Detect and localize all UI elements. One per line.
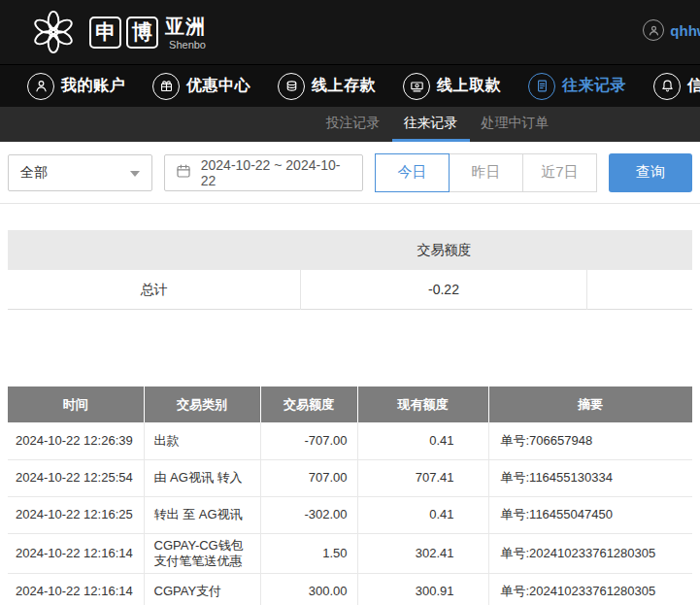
table-cell: 707.00 [260,459,357,496]
nav-item-label: 我的账户 [61,76,125,96]
table-cell: 707.41 [357,459,488,496]
user-avatar-icon [643,19,664,41]
table-cell: CGPAY支付 [144,574,260,605]
nav-item-transaction-records[interactable]: 往来记录 [528,73,626,100]
table-cell: 单号:116455130334 [488,459,692,496]
summary-header-row: 交易额度 [8,230,692,270]
bell-icon [653,73,681,100]
col-header-amount: 交易额度 [260,387,357,422]
nav-item-messages[interactable]: 信息 [653,73,700,100]
col-header-time: 时间 [8,387,144,422]
table-cell: 0.41 [357,496,488,533]
table-cell: 出款 [144,422,260,459]
table-cell: 2024-10-22 12:16:14 [8,574,144,605]
withdraw-money-icon [403,73,430,100]
records-table-body: 2024-10-22 12:26:39出款-707.000.41单号:70665… [8,422,692,605]
query-button[interactable]: 查询 [609,153,692,192]
table-cell: 单号:202410233761280305 [488,533,692,574]
table-cell: 0.41 [357,422,488,459]
date-range-picker[interactable]: 2024-10-22 ~ 2024-10-22 [164,154,363,191]
tab-betting-records[interactable]: 投注记录 [315,107,392,142]
col-header-balance: 现有额度 [357,387,488,422]
tab-transaction-records[interactable]: 往来记录 [392,107,470,142]
last7days-button[interactable]: 近7日 [522,153,597,192]
main-nav: 我的账户 优惠中心 线上存款 线上取款 往来记录 信息 [0,64,700,107]
subnav-tabs: 投注记录 往来记录 处理中订单 [315,107,561,142]
records-document-icon [528,73,555,100]
summary-total-label: 总计 [8,270,301,310]
gift-icon [152,73,180,100]
nav-item-label: 线上取款 [437,76,501,96]
nav-item-online-withdrawal[interactable]: 线上取款 [403,73,501,100]
table-row: 2024-10-22 12:26:39出款-707.000.41单号:70665… [8,422,692,459]
table-cell: CGPAY-CG钱包支付笔笔送优惠 [144,533,260,574]
table-cell: 302.41 [357,533,488,574]
chevron-down-icon [130,171,140,177]
tab-processing-orders[interactable]: 处理中订单 [470,107,561,142]
nav-item-my-account[interactable]: 我的账户 [27,73,125,100]
brand-name: 申 博 [89,17,158,49]
brand-char-2: 博 [126,17,158,49]
today-button[interactable]: 今日 [375,153,450,192]
brand-char-1: 申 [89,17,121,49]
yesterday-button[interactable]: 昨日 [449,153,523,192]
brand-flower-logo-icon [29,8,78,56]
summary-amount-header: 交易额度 [301,242,587,259]
summary-total-row: 总计 -0.22 [8,270,692,310]
col-header-type: 交易类别 [144,387,260,422]
table-cell: 1.50 [260,533,357,574]
table-cell: 300.00 [260,574,357,605]
table-row: 2024-10-22 12:16:25转出 至 AG视讯-302.000.41单… [8,496,692,533]
table-cell: 单号:706657948 [488,422,692,459]
type-select-value: 全部 [20,164,48,182]
records-table: 时间 交易类别 交易额度 现有额度 摘要 2024-10-22 12:26:39… [8,387,692,605]
table-cell: -302.00 [260,496,357,533]
nav-item-promotions[interactable]: 优惠中心 [152,73,250,100]
nav-item-label: 优惠中心 [186,76,250,96]
top-header: 申 博 亚洲 Shenbo qhhwz [0,0,700,64]
brand-region: 亚洲 [165,14,206,40]
quick-range-group: 今日 昨日 近7日 [375,153,597,192]
table-cell: 2024-10-22 12:16:25 [8,496,144,533]
table-cell: 2024-10-22 12:26:39 [8,422,144,459]
table-cell: 转出 至 AG视讯 [144,496,260,533]
table-cell: -707.00 [260,422,357,459]
summary-total-value: -0.22 [301,270,587,310]
nav-item-label: 线上存款 [312,76,376,96]
calendar-icon [175,162,192,183]
records-table-header: 时间 交易类别 交易额度 现有额度 摘要 [8,387,692,422]
username: qhhwz [670,22,700,39]
nav-item-label: 信息 [687,76,700,96]
table-cell: 300.91 [357,574,488,605]
nav-item-online-deposit[interactable]: 线上存款 [278,73,376,100]
brand-subtitle: Shenbo [169,39,206,50]
table-cell: 2024-10-22 12:16:14 [8,533,144,574]
table-cell: 单号:202410233761280305 [488,574,692,605]
col-header-summary: 摘要 [488,387,692,422]
table-cell: 单号:116455047450 [488,496,692,533]
type-select-dropdown[interactable]: 全部 [8,154,152,191]
user-account-link[interactable]: qhhwz [643,19,700,41]
brand-region-block: 亚洲 Shenbo [165,14,206,50]
date-range-value: 2024-10-22 ~ 2024-10-22 [201,157,352,188]
table-row: 2024-10-22 12:25:54由 AG视讯 转入707.00707.41… [8,459,692,496]
nav-item-label: 往来记录 [562,76,626,96]
table-cell: 2024-10-22 12:25:54 [8,459,144,496]
table-row: 2024-10-22 12:16:14CGPAY-CG钱包支付笔笔送优惠1.50… [8,533,692,574]
table-cell: 由 AG视讯 转入 [144,459,260,496]
deposit-coins-icon [278,73,305,100]
filter-bar: 全部 2024-10-22 ~ 2024-10-22 今日 昨日 近7日 查询 [0,142,700,204]
subnav: 投注记录 往来记录 处理中订单 [0,107,700,142]
user-icon [27,73,54,100]
summary-table: 交易额度 总计 -0.22 [8,230,692,310]
table-row: 2024-10-22 12:16:14CGPAY支付300.00300.91单号… [8,574,692,605]
